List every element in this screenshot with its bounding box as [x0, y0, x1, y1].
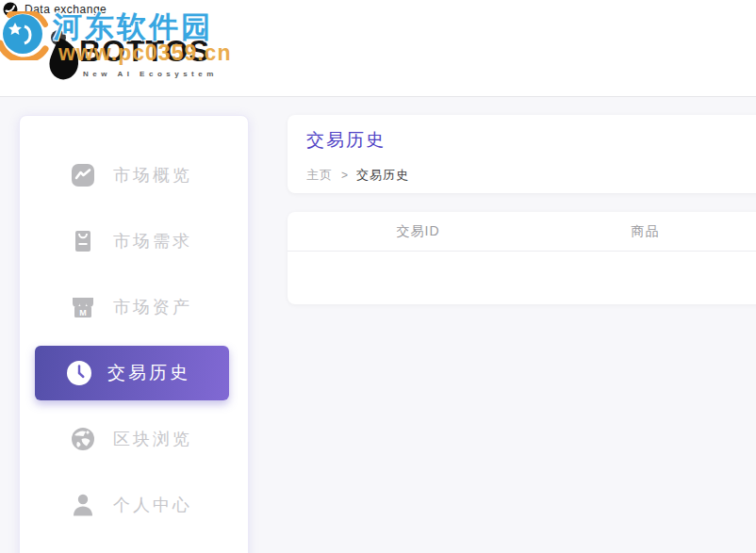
sidebar-item-transaction-history[interactable]: 交易历史	[35, 346, 229, 400]
svg-text:M: M	[79, 308, 87, 317]
brand-area: BOTTOS New AI Ecosystem 河东软件园 www.pc0359…	[0, 0, 302, 97]
column-header-goods: 商品	[549, 223, 742, 240]
sidebar-item-block-explorer[interactable]: 区块浏览	[20, 406, 248, 472]
breadcrumb-current: 交易历史	[356, 167, 409, 184]
main-content: 交易历史 主页 > 交易历史 交易ID 商品	[288, 115, 756, 304]
column-header-transaction-id: 交易ID	[288, 223, 549, 240]
top-header: Data exchange BOTTOS New AI Ecosystem 河东…	[0, 0, 756, 97]
sidebar-item-label: 个人中心	[113, 494, 192, 516]
table-header-row: 交易ID 商品	[288, 212, 756, 252]
sidebar: 市场概览 市场需求 M 市场资产 交易历史	[19, 115, 249, 553]
globe-icon	[70, 426, 96, 452]
sidebar-item-label: 市场需求	[113, 230, 192, 252]
store-icon: M	[70, 294, 96, 320]
sidebar-item-market-overview[interactable]: 市场概览	[20, 142, 248, 208]
bottos-tagline: New AI Ecosystem	[83, 70, 218, 78]
watermark-site-url: www.pc0359.cn	[58, 41, 231, 66]
sidebar-item-personal-center[interactable]: 个人中心	[20, 472, 248, 538]
user-icon	[70, 492, 96, 518]
sidebar-item-label: 市场概览	[113, 164, 192, 187]
sidebar-item-market-assets[interactable]: M 市场资产	[20, 274, 248, 340]
sidebar-item-label: 市场资产	[113, 296, 192, 318]
breadcrumb-home-link[interactable]: 主页	[306, 167, 333, 184]
page-header-card: 交易历史 主页 > 交易历史	[288, 115, 756, 193]
chart-icon	[70, 162, 96, 188]
breadcrumb: 主页 > 交易历史	[306, 167, 756, 184]
transactions-table-card: 交易ID 商品	[288, 212, 756, 304]
page-title: 交易历史	[306, 128, 756, 153]
breadcrumb-separator: >	[341, 169, 348, 182]
sidebar-item-market-demand[interactable]: 市场需求	[20, 208, 248, 274]
clock-icon	[66, 360, 92, 386]
sidebar-item-transaction-history-wrap: 交易历史	[20, 340, 248, 406]
sidebar-item-label: 区块浏览	[113, 428, 192, 450]
table-empty-body	[288, 252, 756, 303]
demand-icon	[70, 228, 96, 254]
sidebar-item-label: 交易历史	[107, 361, 190, 385]
watermark-globe-icon	[0, 11, 55, 60]
